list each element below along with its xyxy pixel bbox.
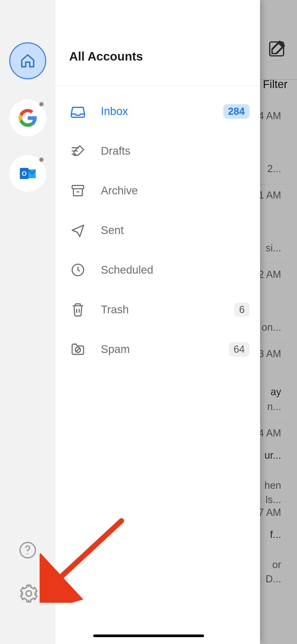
folder-panel: All Accounts Inbox 284 — [55, 0, 260, 644]
folder-label: Spam — [101, 343, 229, 356]
status-dot — [38, 101, 45, 107]
home-icon — [20, 53, 36, 69]
folder-label: Sent — [101, 224, 249, 237]
folder-inbox[interactable]: Inbox 284 — [55, 91, 260, 131]
outlook-logo-icon: O — [18, 164, 37, 183]
help-icon — [18, 541, 37, 559]
folder-archive[interactable]: Archive — [55, 171, 260, 210]
folder-sent[interactable]: Sent — [55, 210, 260, 250]
sent-icon — [70, 223, 86, 238]
svg-point-4 — [27, 553, 28, 555]
svg-point-5 — [26, 591, 32, 596]
archive-icon — [70, 183, 86, 198]
folder-list: Inbox 284 Drafts — [55, 91, 260, 369]
help-button[interactable] — [18, 541, 37, 559]
folder-count-badge: 64 — [229, 342, 249, 357]
clock-icon — [70, 262, 86, 278]
account-rail: O — [0, 0, 55, 644]
folder-drafts[interactable]: Drafts — [55, 131, 260, 171]
folder-spam[interactable]: Spam 64 — [55, 329, 260, 369]
folder-label: Archive — [101, 184, 249, 197]
spam-icon — [70, 342, 86, 357]
status-dot — [38, 157, 45, 163]
folder-count-badge: 6 — [234, 302, 249, 317]
folder-label: Inbox — [101, 105, 223, 118]
folder-count-badge: 284 — [223, 104, 249, 119]
folder-label: Trash — [101, 303, 234, 316]
inbox-icon — [70, 103, 86, 119]
gear-icon — [18, 583, 39, 604]
google-logo-icon — [18, 108, 37, 127]
account-home-button[interactable] — [9, 42, 46, 79]
home-indicator[interactable] — [93, 634, 204, 637]
folder-scheduled[interactable]: Scheduled — [55, 250, 260, 290]
trash-icon — [70, 302, 86, 317]
panel-title: All Accounts — [69, 49, 143, 63]
divider — [55, 86, 260, 86]
account-outlook-button[interactable]: O — [9, 155, 46, 192]
folder-trash[interactable]: Trash 6 — [55, 290, 260, 329]
folder-label: Drafts — [101, 145, 249, 157]
folder-label: Scheduled — [101, 264, 249, 276]
svg-text:O: O — [22, 170, 27, 177]
settings-button[interactable] — [18, 583, 37, 602]
navigation-drawer: O — [0, 0, 260, 644]
drafts-icon — [70, 143, 86, 159]
account-google-button[interactable] — [9, 99, 46, 136]
svg-rect-6 — [72, 186, 84, 189]
